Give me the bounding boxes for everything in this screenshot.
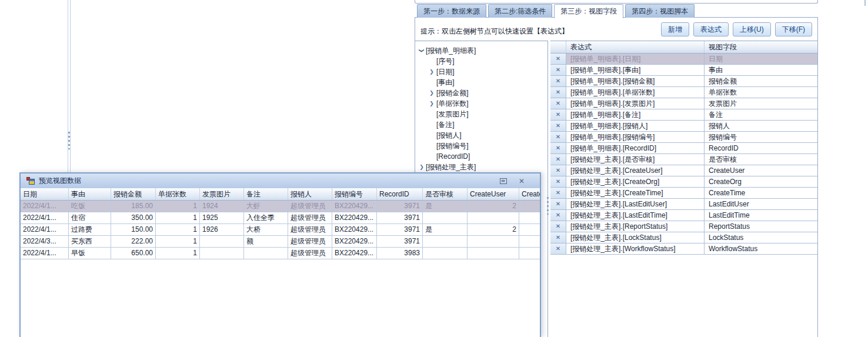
tree-item[interactable]: [报销编号] bbox=[415, 141, 547, 151]
delete-row-icon[interactable]: ✕ bbox=[550, 65, 566, 75]
tree-item[interactable]: [序号] bbox=[415, 56, 547, 66]
grid-header-delete-column bbox=[550, 41, 566, 53]
delete-row-icon[interactable]: ✕ bbox=[550, 143, 566, 154]
top-panel-edge bbox=[415, 0, 818, 4]
delete-row-icon[interactable]: ✕ bbox=[550, 243, 566, 254]
delete-row-icon[interactable]: ✕ bbox=[550, 188, 566, 198]
tree-item[interactable]: [报销金额] bbox=[415, 88, 547, 98]
grid-row[interactable]: ✕[报销单_明细表].[RecordID]RecordID bbox=[550, 143, 817, 154]
splitter-handle[interactable] bbox=[547, 197, 549, 215]
expression-button[interactable]: 表达式 bbox=[693, 22, 729, 36]
tree-item[interactable]: [备注] bbox=[415, 119, 547, 130]
table-row[interactable]: 2022/4/1...吃饭185.0011924大虾超级管理员BX220429.… bbox=[21, 201, 540, 212]
preview-title: 预览视图数据 bbox=[39, 176, 81, 186]
add-button[interactable]: 新增 bbox=[661, 22, 689, 36]
delete-row-icon[interactable]: ✕ bbox=[550, 76, 566, 86]
collapse-arrow-icon[interactable] bbox=[418, 45, 425, 56]
tab-step3-view-fields[interactable]: 第三步：视图字段 bbox=[554, 4, 623, 18]
grid-row[interactable]: ✕[报销处理_主表].[CreateUser]CreateUser bbox=[550, 165, 817, 176]
close-icon[interactable]: ✕ bbox=[519, 178, 525, 185]
grid-row[interactable]: ✕[报销处理_主表].[LastEditTime]LastEditTime bbox=[550, 210, 817, 221]
tree-item[interactable]: [事由] bbox=[415, 77, 547, 88]
table-row[interactable]: 2022/4/1...过路费150.0011926大桥超级管理员BX220429… bbox=[21, 224, 540, 236]
expand-arrow-icon[interactable] bbox=[428, 88, 435, 98]
preview-titlebar[interactable]: 预览视图数据 ✕ bbox=[21, 173, 540, 188]
table-row[interactable]: 2022/4/3...买东西222.001额超级管理员BX220429...39… bbox=[21, 236, 540, 248]
grid-header: 表达式 视图字段 bbox=[550, 41, 817, 54]
grid-row[interactable]: ✕[报销处理_主表].[WorkflowStatus]WorkflowStatu… bbox=[550, 243, 817, 255]
grid-row[interactable]: ✕[报销单_明细表].[事由]事由 bbox=[550, 65, 817, 76]
grid-row[interactable]: ✕[报销处理_主表].[LastEditUser]LastEditUser bbox=[550, 199, 817, 210]
preview-table-header: 日期 事由 报销金额 单据张数 发票图片 备注 报销人 报销编号 RecordI… bbox=[21, 188, 540, 201]
delete-row-icon[interactable]: ✕ bbox=[550, 199, 566, 209]
hint-text: 提示：双击左侧树节点可以快速设置【表达式】 bbox=[420, 26, 569, 36]
delete-row-icon[interactable]: ✕ bbox=[550, 132, 566, 142]
tab-step4-view-script[interactable]: 第四步：视图脚本 bbox=[625, 4, 695, 18]
move-up-button[interactable]: 上移(U) bbox=[733, 22, 771, 36]
grid-row[interactable]: ✕[报销处理_主表].[ReportStatus]ReportStatus bbox=[550, 221, 817, 232]
tab-step2-filter-conditions[interactable]: 第二步:筛选条件 bbox=[488, 4, 552, 18]
grid-row[interactable]: ✕[报销处理_主表].[CreateTime]CreateTime bbox=[550, 188, 817, 199]
table-row[interactable]: 2022/4/1...住宿350.0011925入住全季超级管理员BX22042… bbox=[21, 212, 540, 224]
tree-item[interactable]: [报销人] bbox=[415, 130, 547, 141]
window-edge bbox=[864, 0, 866, 6]
move-down-button[interactable]: 下移(F) bbox=[775, 22, 812, 36]
tree-item-detail-table[interactable]: [报销单_明细表] bbox=[415, 45, 547, 56]
delete-row-icon[interactable]: ✕ bbox=[550, 154, 566, 165]
grid-row[interactable]: ✕[报销处理_主表].[LockStatus]LockStatus bbox=[550, 232, 817, 243]
restore-icon[interactable] bbox=[500, 178, 507, 184]
tree-item[interactable]: [发票图片] bbox=[415, 109, 547, 119]
grid-row[interactable]: ✕[报销单_明细表].[单据张数]单据张数 bbox=[550, 87, 817, 98]
grid-row[interactable]: ✕[报销处理_主表].[CreateOrg]CreateOrg bbox=[550, 176, 817, 188]
grid-row[interactable]: ✕[报销处理_主表].[是否审核]是否审核 bbox=[550, 154, 817, 165]
delete-row-icon[interactable]: ✕ bbox=[550, 109, 566, 120]
splitter-handle[interactable] bbox=[68, 132, 70, 149]
window-buttons: ✕ bbox=[500, 178, 534, 185]
delete-row-icon[interactable]: ✕ bbox=[550, 54, 566, 64]
tree-item-main-table[interactable]: [报销处理_主表] bbox=[415, 162, 547, 172]
expand-arrow-icon[interactable] bbox=[418, 162, 425, 172]
delete-row-icon[interactable]: ✕ bbox=[550, 221, 566, 232]
field-grid: 表达式 视图字段 ✕[报销单_明细表].[日期]日期 ✕[报销单_明细表].[事… bbox=[550, 41, 817, 337]
grid-row[interactable]: ✕[报销单_明细表].[备注]备注 bbox=[550, 109, 817, 121]
delete-row-icon[interactable]: ✕ bbox=[550, 121, 566, 131]
delete-row-icon[interactable]: ✕ bbox=[550, 165, 566, 176]
grid-header-expression: 表达式 bbox=[566, 41, 705, 53]
preview-window: 预览视图数据 ✕ 日期 事由 报销金额 单据张数 发票图片 备注 报销人 报销编… bbox=[19, 172, 541, 337]
tree-item[interactable]: [单据张数] bbox=[415, 98, 547, 109]
form-icon bbox=[26, 177, 35, 185]
wizard-tabstrip: 第一步：数据来源 第二步:筛选条件 第三步：视图字段 第四步：视图脚本 bbox=[417, 4, 695, 18]
tab-step1-data-source[interactable]: 第一步：数据来源 bbox=[417, 4, 486, 18]
delete-row-icon[interactable]: ✕ bbox=[550, 210, 566, 221]
tree-item[interactable]: [RecordID] bbox=[415, 151, 547, 162]
delete-row-icon[interactable]: ✕ bbox=[550, 232, 566, 243]
delete-row-icon[interactable]: ✕ bbox=[550, 176, 566, 187]
delete-row-icon[interactable]: ✕ bbox=[550, 87, 566, 98]
expand-arrow-icon[interactable] bbox=[428, 98, 435, 109]
grid-row[interactable]: ✕[报销单_明细表].[发票图片]发票图片 bbox=[550, 98, 817, 109]
grid-row[interactable]: ✕[报销单_明细表].[报销编号]报销编号 bbox=[550, 132, 817, 143]
delete-row-icon[interactable]: ✕ bbox=[550, 98, 566, 109]
toolbar: 新增 表达式 上移(U) 下移(F) bbox=[661, 22, 812, 36]
tree-item[interactable]: [日期] bbox=[415, 66, 547, 77]
table-row[interactable]: 2022/4/1...早饭650.001超级管理员BX220429...3983 bbox=[21, 248, 540, 259]
grid-row[interactable]: ✕[报销单_明细表].[报销人]报销人 bbox=[550, 121, 817, 132]
expand-arrow-icon[interactable] bbox=[428, 66, 435, 77]
grid-row[interactable]: ✕[报销单_明细表].[报销金额]报销金额 bbox=[550, 76, 817, 87]
grid-row[interactable]: ✕[报销单_明细表].[日期]日期 bbox=[550, 54, 817, 65]
grid-header-view-field: 视图字段 bbox=[705, 41, 817, 53]
